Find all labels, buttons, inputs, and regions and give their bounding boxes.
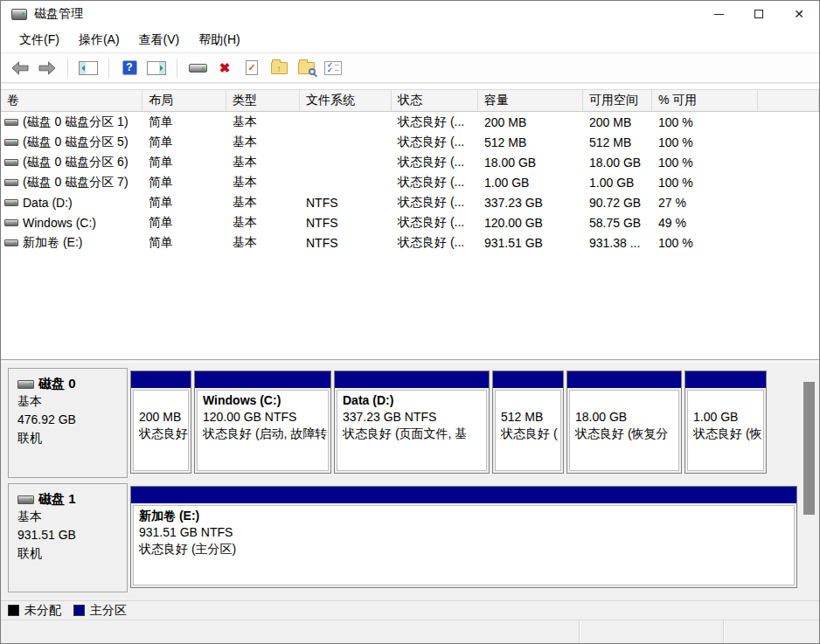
help-icon[interactable]: ? [119,58,140,79]
cell-type: 基本 [226,235,300,251]
table-row[interactable]: (磁盘 0 磁盘分区 7) 简单 基本 状态良好 (... 1.00 GB 1.… [1,172,819,192]
delete-volume-icon[interactable]: ✖ [214,58,235,79]
close-button[interactable]: ✕ [779,1,819,27]
disk-management-window: 磁盘管理 ✕ 文件(F) 操作(A) 查看(V) 帮助(H) ? ✖ [0,0,820,644]
table-row[interactable]: Data (D:) 简单 基本 NTFS 状态良好 (... 337.23 GB… [1,192,819,212]
column-header-fs[interactable]: 文件系统 [300,90,392,111]
disk-icon [17,380,34,389]
partition-block[interactable]: Data (D:) 337.23 GB NTFS 状态良好 (页面文件, 基 [334,370,490,474]
vertical-scrollbar-thumb[interactable] [803,382,815,515]
column-header-capacity[interactable]: 容量 [478,90,583,111]
partition-name [139,392,188,409]
cell-capacity: 18.00 GB [478,156,583,170]
verify-document-icon[interactable]: ✓ [241,58,262,79]
cell-type: 基本 [226,135,300,150]
cell-layout: 简单 [142,135,226,150]
status-segment [724,620,819,643]
partition-block[interactable]: 新加卷 (E:) 931.51 GB NTFS 状态良好 (主分区) [130,486,797,588]
menu-view[interactable]: 查看(V) [129,29,190,52]
partition-block[interactable]: 512 MB 状态良好 ( [492,370,564,474]
partition-size: 200 MB [139,409,188,426]
cell-pct: 49 % [652,216,758,230]
window-title: 磁盘管理 [34,6,83,22]
table-row[interactable]: (磁盘 0 磁盘分区 5) 简单 基本 状态良好 (... 512 MB 512… [1,132,819,152]
partition-color-band [567,371,681,388]
disk-0-label[interactable]: 磁盘 0 基本 476.92 GB 联机 [8,368,128,478]
cell-capacity: 200 MB [478,115,583,129]
cell-layout: 简单 [142,114,226,130]
status-segment [1,620,580,643]
cell-free: 512 MB [583,135,652,149]
show-action-pane-icon[interactable] [146,58,167,79]
menu-action[interactable]: 操作(A) [69,29,129,52]
maximize-button[interactable] [739,1,779,27]
table-row[interactable]: Windows (C:) 简单 基本 NTFS 状态良好 (... 120.00… [1,212,819,232]
show-console-tree-icon[interactable] [78,58,99,79]
partition-name: 新加卷 (E:) [139,508,794,524]
disk-state: 联机 [17,544,127,563]
cell-fs: NTFS [300,216,392,230]
properties-icon[interactable]: ✓✓ [323,58,344,79]
cell-layout: 简单 [142,155,226,170]
column-header-status[interactable]: 状态 [392,90,478,111]
cell-status: 状态良好 (... [392,215,478,231]
forward-icon[interactable] [37,58,58,79]
partition-size: 120.00 GB NTFS [203,409,328,426]
volume-name: (磁盘 0 磁盘分区 1) [23,114,129,130]
disk-management-app-icon [11,9,27,20]
toolbar: ? ✖ ✓ ↑ ✓✓ [1,53,819,83]
column-header-layout[interactable]: 布局 [142,90,226,111]
partition-block[interactable]: Windows (C:) 120.00 GB NTFS 状态良好 (启动, 故障… [194,370,331,474]
partition-block[interactable]: 200 MB 状态良好 ( [130,370,191,474]
cell-status: 状态良好 (... [392,195,478,211]
cell-free: 58.75 GB [583,216,652,230]
status-bar [1,620,819,643]
folder-up-icon[interactable]: ↑ [268,58,289,79]
table-row[interactable]: 新加卷 (E:) 简单 基本 NTFS 状态良好 (... 931.51 GB … [1,232,819,253]
minimize-icon [714,14,724,15]
partition-block[interactable]: 1.00 GB 状态良好 (恢 [684,370,767,474]
table-row[interactable]: (磁盘 0 磁盘分区 6) 简单 基本 状态良好 (... 18.00 GB 1… [1,152,819,172]
cell-type: 基本 [226,215,300,231]
maximize-icon [754,10,763,18]
volume-name: (磁盘 0 磁盘分区 5) [23,135,129,150]
cell-free: 18.00 GB [583,156,652,170]
folder-search-icon[interactable] [295,58,316,79]
table-row[interactable]: (磁盘 0 磁盘分区 1) 简单 基本 状态良好 (... 200 MB 200… [1,112,819,132]
toolbar-separator [177,59,177,78]
column-header-free[interactable]: 可用空间 [583,90,652,111]
back-icon[interactable] [10,58,31,79]
cell-status: 状态良好 (... [392,114,478,130]
partition-name [501,392,560,409]
cell-pct: 100 % [652,156,758,170]
status-segment [580,620,724,643]
cell-free: 200 MB [583,115,652,129]
cell-pct: 100 % [652,176,758,190]
partition-status: 状态良好 ( [139,426,188,442]
cell-layout: 简单 [142,215,226,231]
partition-status: 状态良好 ( [501,426,560,442]
partition-status: 状态良好 (恢 [693,426,763,442]
menu-help[interactable]: 帮助(H) [189,29,249,52]
column-header-type[interactable]: 类型 [226,90,300,111]
column-header-volume[interactable]: 卷 [1,90,142,111]
unallocated-color-swatch [8,605,19,616]
partition-name [575,392,678,409]
volume-name: (磁盘 0 磁盘分区 6) [23,155,129,170]
cell-free: 1.00 GB [583,176,652,190]
partition-status: 状态良好 (恢复分 [575,426,678,442]
partition-size: 337.23 GB NTFS [343,409,486,426]
legend-item-unallocated: 未分配 [8,603,61,619]
partition-block[interactable]: 18.00 GB 状态良好 (恢复分 [566,370,682,474]
minimize-button[interactable] [698,1,739,27]
column-header-pct-free[interactable]: % 可用 [652,90,758,111]
cell-layout: 简单 [142,195,226,211]
cell-free: 90.72 GB [583,196,652,210]
partition-size: 512 MB [501,409,560,426]
menu-file[interactable]: 文件(F) [10,29,69,52]
rescan-disks-icon[interactable] [187,58,208,79]
primary-partition-color-swatch [73,605,85,616]
cell-capacity: 337.23 GB [478,196,583,210]
partition-size: 931.51 GB NTFS [139,524,794,541]
disk-1-label[interactable]: 磁盘 1 基本 931.51 GB 联机 [8,483,128,592]
